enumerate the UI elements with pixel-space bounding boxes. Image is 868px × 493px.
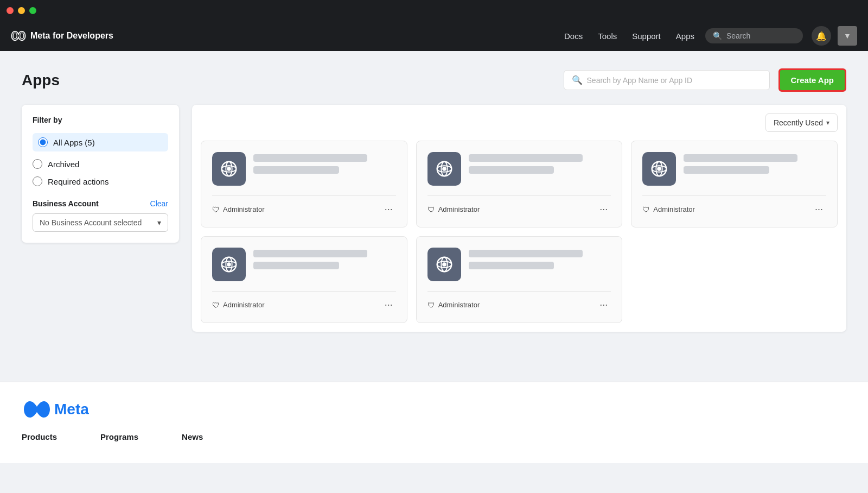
app-search-input[interactable] bbox=[587, 76, 762, 85]
filter-archived-label: Archived bbox=[48, 160, 79, 169]
footer-col-title: Programs bbox=[100, 432, 138, 441]
filter-sidebar: Filter by All Apps (5) Archived Required… bbox=[22, 105, 179, 243]
sort-label: Recently Used bbox=[774, 118, 823, 127]
card-bottom: 🛡 Administrator ··· bbox=[642, 195, 826, 216]
filter-all-label: All Apps (5) bbox=[53, 138, 95, 147]
app-icon bbox=[212, 248, 246, 281]
search-icon: 🔍 bbox=[713, 31, 722, 40]
role-label: Administrator bbox=[653, 205, 695, 213]
filter-all-radio[interactable] bbox=[38, 137, 48, 147]
footer-logo: Meta bbox=[22, 400, 846, 419]
app-search-bar[interactable]: 🔍 bbox=[564, 70, 770, 90]
admin-label: 🛡 Administrator bbox=[427, 205, 480, 214]
nav-tools[interactable]: Tools bbox=[598, 31, 617, 41]
app-name-placeholder bbox=[253, 250, 396, 274]
footer-col-title: Products bbox=[22, 432, 57, 441]
business-account-label: Business Account bbox=[33, 199, 99, 208]
app-icon bbox=[642, 152, 676, 186]
more-options-button[interactable]: ··· bbox=[812, 203, 826, 216]
more-options-button[interactable]: ··· bbox=[596, 203, 611, 216]
role-label: Administrator bbox=[223, 205, 265, 213]
navbar-links: Docs Tools Support Apps bbox=[564, 31, 694, 41]
admin-label: 🛡 Administrator bbox=[212, 205, 265, 214]
site-logo: Meta for Developers bbox=[11, 28, 113, 43]
shield-icon: 🛡 bbox=[427, 205, 435, 214]
header-actions: 🔍 Create App bbox=[564, 68, 846, 92]
footer-columns: Products Programs News bbox=[22, 432, 846, 446]
admin-label: 🛡 Administrator bbox=[212, 301, 265, 309]
meta-logo-icon bbox=[11, 28, 26, 43]
footer-meta-logo: Meta bbox=[22, 400, 89, 419]
app-icon bbox=[212, 152, 246, 186]
app-card: 🛡 Administrator ··· bbox=[631, 141, 838, 227]
role-label: Administrator bbox=[223, 301, 265, 309]
shield-icon: 🛡 bbox=[212, 205, 220, 214]
card-top bbox=[212, 152, 396, 187]
card-bottom: 🛡 Administrator ··· bbox=[427, 195, 611, 216]
more-options-button[interactable]: ··· bbox=[381, 203, 396, 216]
filter-required-label: Required actions bbox=[48, 177, 109, 186]
placeholder-bar bbox=[253, 166, 339, 174]
app-name-placeholder bbox=[469, 154, 611, 178]
nav-support[interactable]: Support bbox=[632, 31, 661, 41]
main-content: Apps 🔍 Create App Filter by All Apps (5)… bbox=[0, 51, 868, 349]
cards-area: Recently Used ▾ bbox=[192, 105, 846, 332]
navbar-search-input[interactable] bbox=[726, 31, 792, 40]
filter-all-apps[interactable]: All Apps (5) bbox=[33, 133, 168, 151]
maximize-button[interactable] bbox=[29, 7, 36, 14]
admin-label: 🛡 Administrator bbox=[427, 301, 480, 309]
placeholder-bar bbox=[253, 250, 367, 257]
shield-icon: 🛡 bbox=[642, 205, 650, 214]
app-card: 🛡 Administrator ··· bbox=[416, 141, 623, 227]
chevron-down-icon: ▾ bbox=[826, 119, 829, 127]
create-app-button[interactable]: Create App bbox=[778, 68, 846, 92]
footer-col-programs: Programs bbox=[100, 432, 138, 446]
page-title: Apps bbox=[22, 72, 60, 89]
business-account-clear[interactable]: Clear bbox=[150, 199, 168, 208]
app-card: 🛡 Administrator ··· bbox=[416, 236, 623, 323]
role-label: Administrator bbox=[438, 301, 480, 309]
chevron-down-icon: ▾ bbox=[157, 218, 161, 227]
placeholder-bar bbox=[253, 262, 339, 269]
business-account-section: Business Account Clear No Business Accou… bbox=[33, 199, 168, 232]
filter-options: All Apps (5) Archived Required actions bbox=[33, 133, 168, 186]
admin-label: 🛡 Administrator bbox=[642, 205, 695, 214]
filter-required-radio[interactable] bbox=[33, 176, 42, 186]
page-header: Apps 🔍 Create App bbox=[22, 68, 846, 92]
app-name-placeholder bbox=[253, 154, 396, 178]
app-name-placeholder bbox=[469, 250, 611, 274]
filter-archived[interactable]: Archived bbox=[33, 159, 168, 169]
user-avatar-button[interactable]: ▼ bbox=[838, 26, 857, 46]
navbar-search[interactable]: 🔍 bbox=[705, 28, 803, 43]
more-options-button[interactable]: ··· bbox=[596, 298, 611, 312]
minimize-button[interactable] bbox=[18, 7, 25, 14]
filter-required[interactable]: Required actions bbox=[33, 176, 168, 186]
business-account-value: No Business Account selected bbox=[40, 218, 142, 227]
navbar-actions: 🔔 ▼ bbox=[812, 26, 857, 46]
app-name-placeholder bbox=[684, 154, 826, 178]
notification-button[interactable]: 🔔 bbox=[812, 26, 831, 46]
card-top bbox=[642, 152, 826, 187]
titlebar bbox=[0, 0, 868, 21]
nav-apps[interactable]: Apps bbox=[676, 31, 694, 41]
ba-header: Business Account Clear bbox=[33, 199, 168, 208]
placeholder-bar bbox=[684, 166, 769, 174]
close-button[interactable] bbox=[7, 7, 14, 14]
footer: Meta Products Programs News bbox=[0, 382, 868, 463]
navbar: Meta for Developers Docs Tools Support A… bbox=[0, 21, 868, 51]
cards-toolbar: Recently Used ▾ bbox=[201, 113, 838, 132]
svg-point-7 bbox=[442, 167, 446, 171]
placeholder-bar bbox=[469, 154, 583, 162]
card-top bbox=[427, 152, 611, 187]
svg-point-1 bbox=[20, 33, 24, 39]
placeholder-bar bbox=[469, 166, 554, 174]
more-options-button[interactable]: ··· bbox=[381, 298, 396, 312]
card-bottom: 🛡 Administrator ··· bbox=[212, 291, 396, 312]
filter-archived-radio[interactable] bbox=[33, 159, 42, 169]
svg-point-15 bbox=[227, 262, 231, 267]
svg-point-0 bbox=[13, 33, 17, 39]
card-bottom: 🛡 Administrator ··· bbox=[427, 291, 611, 312]
nav-docs[interactable]: Docs bbox=[564, 31, 583, 41]
sort-dropdown[interactable]: Recently Used ▾ bbox=[765, 113, 838, 132]
business-account-dropdown[interactable]: No Business Account selected ▾ bbox=[33, 213, 168, 232]
